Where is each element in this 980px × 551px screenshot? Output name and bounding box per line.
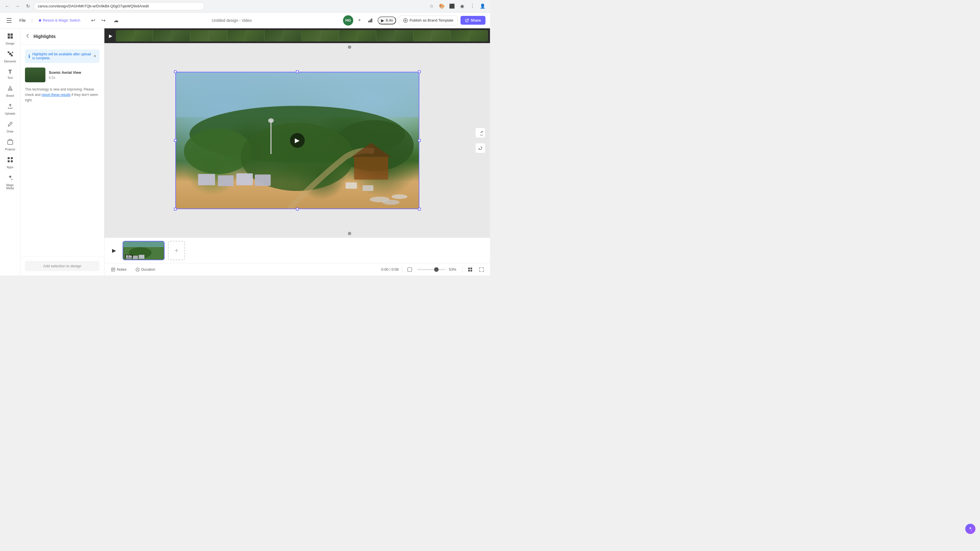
handle-top-mid[interactable] <box>296 70 299 73</box>
canvas-wrapper: ▶ <box>104 43 490 237</box>
text-icon: T <box>8 68 12 75</box>
sidebar-item-elements[interactable]: Elements <box>2 49 19 65</box>
status-bar-right: 0:00 / 0:08 53% <box>381 266 485 274</box>
uploads-icon <box>7 103 13 111</box>
zoom-slider[interactable] <box>417 269 445 270</box>
add-selection-button[interactable]: Add selection to design <box>25 261 100 271</box>
handle-top-right[interactable] <box>418 70 421 73</box>
svg-rect-53 <box>468 268 470 269</box>
avatar-button[interactable]: HG <box>343 15 353 25</box>
elements-icon <box>7 51 13 59</box>
grid-view-button[interactable] <box>466 266 474 274</box>
share-button[interactable]: Share <box>460 16 485 25</box>
share-icon <box>465 18 469 22</box>
profile-button[interactable]: 👤 <box>479 2 487 10</box>
analytics-icon <box>368 18 373 23</box>
timeline-play-button[interactable]: ▶ <box>107 32 115 40</box>
highlight-thumbnail <box>25 67 45 82</box>
sidebar-item-text[interactable]: T Text <box>2 66 19 82</box>
projects-icon <box>7 139 13 147</box>
sidebar-item-draw[interactable]: Draw <box>2 119 19 135</box>
panel-header: Highlights <box>21 29 104 45</box>
left-sidebar: Design Elements T Text Brand <box>0 29 21 276</box>
svg-rect-16 <box>8 160 10 162</box>
play-duration-button[interactable]: ▶ 8.4s <box>378 16 396 24</box>
svg-point-12 <box>10 89 11 90</box>
address-bar[interactable]: canva.com/design/DAGHMhTQb-w/Dn9kBil-Q0g… <box>34 2 204 10</box>
notification-close-button[interactable]: × <box>94 54 96 59</box>
canvas-right-tools <box>475 128 485 153</box>
svg-point-8 <box>9 53 11 55</box>
scroll-handle-bottom[interactable] <box>348 232 351 235</box>
zoom-slider-container <box>417 269 445 270</box>
extension2-button[interactable]: ◉ <box>458 2 466 10</box>
duration-label: Duration <box>141 267 155 272</box>
undo-button[interactable]: ↩ <box>89 16 98 25</box>
upload-notification: ℹ Highlights will be available after upl… <box>25 49 100 63</box>
add-collaborator-button[interactable]: + <box>356 17 363 24</box>
filmstrip-clip[interactable]: 8.4s <box>123 241 165 260</box>
scroll-handle-top[interactable] <box>348 45 351 49</box>
handle-bottom-left[interactable] <box>174 208 177 210</box>
file-button[interactable]: File <box>17 17 28 24</box>
elements-label: Elements <box>4 60 16 63</box>
duration-button[interactable]: Duration <box>134 266 158 273</box>
bookmark-button[interactable]: ☆ <box>428 2 436 10</box>
uploads-label: Uploads <box>5 112 15 115</box>
svg-point-39 <box>382 200 399 205</box>
sidebar-item-projects[interactable]: Projects <box>2 137 19 153</box>
video-canvas[interactable]: ▶ <box>175 72 419 209</box>
svg-rect-46 <box>139 255 145 259</box>
handle-right-mid[interactable] <box>418 139 421 142</box>
sidebar-item-apps[interactable]: Apps <box>2 154 19 171</box>
design-icon <box>7 33 13 41</box>
sidebar-item-design[interactable]: Design <box>2 31 19 48</box>
save-cloud-button[interactable]: ☁ <box>111 16 121 25</box>
svg-rect-7 <box>11 36 13 38</box>
canva-ext-button[interactable]: 🎨 <box>438 2 446 10</box>
svg-rect-5 <box>11 33 13 36</box>
extension-button[interactable]: ⬛ <box>448 2 456 10</box>
toolbar: File | Resize & Magic Switch ↩ ↪ ☁ Untit… <box>0 13 490 29</box>
refresh-button[interactable]: ↻ <box>24 2 32 10</box>
brand-icon <box>7 85 13 93</box>
filmstrip-play-button[interactable]: ▶ <box>109 245 119 256</box>
filmstrip-area: ▶ 8.4s + <box>104 237 490 263</box>
highlight-info: Scenic Aerial View 6.5s <box>49 70 100 80</box>
fullscreen-button[interactable] <box>477 266 485 274</box>
sidebar-item-magic-media[interactable]: Magic Media <box>2 172 19 192</box>
svg-rect-11 <box>11 54 13 56</box>
panel-back-button[interactable] <box>25 33 31 40</box>
sidebar-item-brand[interactable]: Brand <box>2 83 19 100</box>
back-button[interactable]: ← <box>3 2 11 10</box>
publish-brand-button[interactable]: Publish as Brand Template <box>399 16 457 25</box>
analytics-button[interactable] <box>366 16 375 25</box>
notes-icon <box>111 268 115 272</box>
forward-button[interactable]: → <box>14 2 22 10</box>
report-link[interactable]: report these results <box>41 93 71 97</box>
handle-left-mid[interactable] <box>174 139 177 142</box>
extensions-menu[interactable]: ⋮ <box>468 2 476 10</box>
separator: | <box>32 18 33 23</box>
add-clip-button[interactable]: + <box>168 241 185 260</box>
duration-icon <box>135 268 140 272</box>
svg-rect-37 <box>363 185 373 191</box>
panel-title: Highlights <box>33 34 56 39</box>
svg-rect-34 <box>354 157 388 180</box>
sidebar-item-uploads[interactable]: Uploads <box>2 101 19 118</box>
handle-bottom-mid[interactable] <box>296 208 299 210</box>
refresh-canvas-button[interactable] <box>475 128 485 138</box>
notes-button[interactable]: Notes <box>109 266 129 273</box>
resize-magic-button[interactable]: Resize & Magic Switch <box>36 17 83 24</box>
handle-bottom-right[interactable] <box>418 208 421 210</box>
fit-screen-button[interactable] <box>406 266 414 274</box>
redo-button[interactable]: ↪ <box>99 16 108 25</box>
video-play-overlay[interactable]: ▶ <box>290 133 305 148</box>
sync-canvas-button[interactable] <box>475 143 485 153</box>
menu-button[interactable] <box>5 16 14 25</box>
highlight-card: Scenic Aerial View 6.5s <box>25 67 100 82</box>
svg-rect-56 <box>471 270 472 272</box>
svg-marker-10 <box>12 51 13 53</box>
handle-top-left[interactable] <box>174 70 177 73</box>
svg-rect-28 <box>270 120 272 154</box>
